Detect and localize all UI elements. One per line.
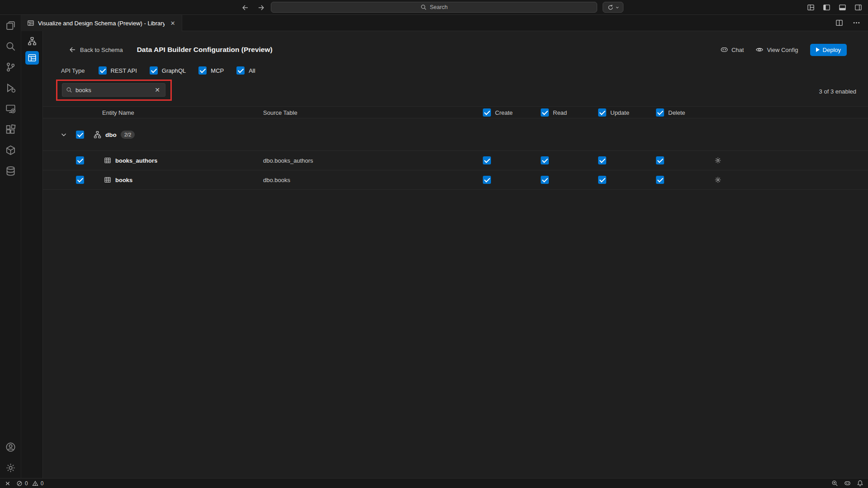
zoom-indicator-button[interactable] — [831, 480, 838, 487]
toggle-panel-button[interactable] — [838, 3, 847, 12]
entity-row-books[interactable]: books dbo.books — [43, 170, 868, 190]
activity-accounts[interactable] — [0, 436, 21, 457]
designer-toolbar — [21, 31, 43, 478]
table-icon — [104, 157, 111, 164]
update-checkbox[interactable] — [598, 176, 606, 184]
graphql-checkbox[interactable] — [150, 66, 158, 75]
mcp-label: MCP — [211, 67, 224, 74]
create-checkbox[interactable] — [483, 156, 491, 164]
account-icon — [5, 442, 16, 452]
update-checkbox[interactable] — [598, 156, 606, 164]
row-checkbox[interactable] — [76, 176, 84, 184]
activity-database-projects[interactable] — [0, 140, 21, 160]
error-icon — [16, 480, 23, 487]
search-icon — [5, 41, 16, 52]
rest-api-checkbox[interactable] — [99, 66, 107, 75]
remote-indicator-button[interactable] — [5, 480, 11, 487]
read-all-checkbox[interactable] — [541, 108, 549, 117]
chat-button[interactable]: Chat — [720, 46, 744, 54]
customize-layout-button[interactable] — [806, 3, 815, 12]
tool-data-api-builder[interactable] — [25, 51, 39, 65]
activity-extensions[interactable] — [0, 119, 21, 140]
back-to-schema-label: Back to Schema — [80, 47, 123, 53]
tab-close-icon[interactable]: ✕ — [168, 19, 177, 28]
bell-icon — [857, 480, 863, 487]
split-editor-icon — [835, 19, 843, 27]
dab-configuration-panel: Back to Schema Data API Builder Configur… — [43, 31, 868, 478]
title-bar: Search — [0, 0, 868, 15]
all-checkbox[interactable] — [236, 66, 245, 75]
history-back-button[interactable] — [240, 3, 250, 13]
play-icon — [816, 47, 820, 52]
history-forward-button[interactable] — [256, 3, 266, 13]
group-checkbox[interactable] — [76, 131, 84, 139]
entity-settings-gear-icon[interactable] — [714, 176, 722, 183]
read-checkbox[interactable] — [541, 156, 549, 164]
group-expand-chevron-icon[interactable] — [60, 131, 67, 138]
filter-rest-api[interactable]: REST API — [99, 66, 137, 75]
col-read: Read — [553, 109, 567, 116]
read-checkbox[interactable] — [541, 176, 549, 184]
view-config-label: View Config — [767, 47, 798, 53]
entity-row-books-authors[interactable]: books_authors dbo.books_authors — [43, 151, 868, 170]
deploy-button[interactable]: Deploy — [810, 44, 847, 56]
tool-schema-diagram[interactable] — [25, 34, 39, 48]
all-label: All — [249, 67, 255, 74]
chevron-down-icon — [615, 5, 619, 9]
activity-files[interactable] — [0, 15, 21, 36]
toggle-secondary-sidebar-button[interactable] — [854, 3, 863, 12]
problems-indicator[interactable]: 0 0 — [16, 480, 43, 487]
activity-search[interactable] — [0, 36, 21, 56]
back-to-schema-link[interactable]: Back to Schema — [69, 46, 123, 53]
arrow-left-icon — [241, 4, 249, 11]
session-loop-button[interactable] — [603, 2, 623, 13]
source-control-branch-icon — [5, 62, 16, 72]
chat-label: Chat — [731, 47, 744, 53]
delete-all-checkbox[interactable] — [656, 108, 664, 117]
notifications-button[interactable] — [857, 480, 863, 487]
activity-settings[interactable] — [0, 457, 21, 478]
page-title: Data API Builder Configuration (Preview) — [137, 46, 273, 54]
create-all-checkbox[interactable] — [483, 108, 491, 117]
activity-database[interactable] — [0, 160, 21, 181]
create-checkbox[interactable] — [483, 176, 491, 184]
activity-bar — [0, 15, 21, 478]
activity-source-control[interactable] — [0, 56, 21, 77]
layout-panel-icon — [839, 4, 846, 11]
entity-search-box[interactable]: ✕ — [62, 83, 165, 97]
clear-search-icon[interactable]: ✕ — [153, 86, 161, 94]
col-entity-name: Entity Name — [102, 109, 134, 116]
search-icon — [420, 4, 427, 10]
filter-all[interactable]: All — [236, 66, 255, 75]
activity-run-debug[interactable] — [0, 77, 21, 98]
copilot-status-button[interactable] — [844, 480, 851, 487]
entity-settings-gear-icon[interactable] — [714, 157, 722, 164]
delete-checkbox[interactable] — [656, 156, 664, 164]
search-placeholder: Search — [430, 4, 448, 10]
toggle-primary-sidebar-button[interactable] — [822, 3, 831, 12]
eye-icon — [755, 46, 764, 54]
entity-search-input[interactable] — [75, 87, 150, 94]
entity-table-header: Entity Name Source Table Create Read Upd… — [43, 106, 868, 118]
view-config-button[interactable]: View Config — [755, 46, 798, 54]
schema-designer-icon — [27, 19, 34, 27]
schema-group-row[interactable]: dbo 2/2 — [43, 118, 868, 151]
delete-checkbox[interactable] — [656, 176, 664, 184]
update-all-checkbox[interactable] — [598, 108, 606, 117]
table-icon — [104, 176, 111, 183]
activity-remote-explorer[interactable] — [0, 98, 21, 119]
search-icon — [66, 87, 72, 93]
row-checkbox[interactable] — [76, 156, 84, 164]
filter-mcp[interactable]: MCP — [198, 66, 224, 75]
editor-more-actions-button[interactable] — [852, 19, 861, 28]
command-center-search[interactable]: Search — [271, 2, 597, 13]
tab-visualize-design-schema[interactable]: Visualize and Design Schema (Preview) - … — [21, 15, 182, 31]
copilot-icon — [844, 480, 851, 487]
deploy-label: Deploy — [823, 47, 841, 53]
tab-label: Visualize and Design Schema (Preview) - … — [38, 20, 165, 27]
extensions-icon — [5, 124, 16, 135]
mcp-checkbox[interactable] — [198, 66, 207, 75]
filter-graphql[interactable]: GraphQL — [150, 66, 186, 75]
split-editor-button[interactable] — [835, 19, 844, 28]
remote-window-x-icon — [5, 103, 16, 114]
